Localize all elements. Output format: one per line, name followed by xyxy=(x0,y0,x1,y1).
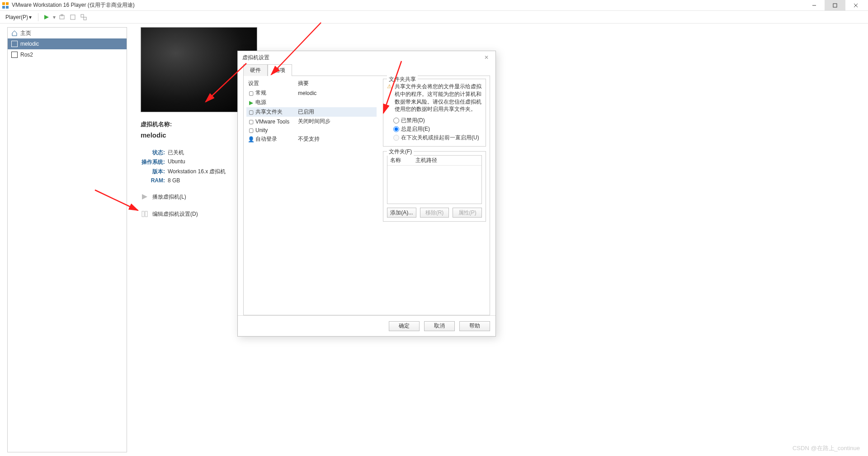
vmware-logo-icon xyxy=(2,2,9,9)
close-button[interactable] xyxy=(845,0,866,11)
fullscreen-icon[interactable] xyxy=(68,13,77,22)
radio-until-poweroff: 在下次关机或挂起前一直启用(U) xyxy=(393,134,482,142)
svg-rect-1 xyxy=(6,2,9,5)
dialog-close-button[interactable]: ✕ xyxy=(482,53,491,62)
remove-folder-button: 移除(R) xyxy=(420,208,449,218)
option-row-vmware-tools[interactable]: ▢VMware Tools 关闭时间同步 xyxy=(246,117,377,126)
folder-sharing-group: 文件夹共享 ⚠ 共享文件夹会将您的文件显示给虚拟机中的程序。这可能为您的计算机和… xyxy=(383,79,486,147)
play-icon[interactable] xyxy=(42,13,51,22)
window-controls xyxy=(804,0,866,11)
toolbar: Player(P) ▾ ▾ xyxy=(0,11,868,24)
svg-rect-0 xyxy=(2,2,5,5)
sidebar-item-label: Ros2 xyxy=(20,52,33,58)
sidebar-item-melodic[interactable]: melodic xyxy=(8,38,127,49)
svg-rect-16 xyxy=(145,211,147,217)
col-setting: 设置 xyxy=(248,80,298,87)
snapshot-icon[interactable] xyxy=(57,13,66,22)
option-row-autologin[interactable]: 👤自动登录 不受支持 xyxy=(246,134,377,144)
settings-icon xyxy=(141,210,149,218)
col-summary: 摘要 xyxy=(298,80,309,87)
minimize-button[interactable] xyxy=(804,0,825,11)
folder-properties-button: 属性(P) xyxy=(453,208,482,218)
dialog-titlebar: 虚拟机设置 ✕ xyxy=(238,51,495,64)
vm-settings-dialog: 虚拟机设置 ✕ 硬件 选项 设置 摘要 ▢常规 melodic ▶电源 xyxy=(237,51,496,337)
tools-icon: ▢ xyxy=(248,119,254,124)
folders-title: 文件夹(F) xyxy=(387,148,414,156)
play-vm-label: 播放虚拟机(L) xyxy=(152,193,186,201)
unity-icon: ▢ xyxy=(248,128,254,133)
chevron-down-icon[interactable]: ▾ xyxy=(53,14,56,20)
dialog-title: 虚拟机设置 xyxy=(242,54,269,62)
general-icon: ▢ xyxy=(248,90,254,96)
radio-always-enabled[interactable]: 总是启用(E) xyxy=(393,125,482,133)
tab-options[interactable]: 选项 xyxy=(268,64,292,76)
sidebar-home-label: 主页 xyxy=(20,29,31,37)
power-icon: ▶ xyxy=(248,100,254,105)
options-list: 设置 摘要 ▢常规 melodic ▶电源 ▢共享文件夹 已启用 ▢VMware… xyxy=(244,76,379,315)
option-row-unity[interactable]: ▢Unity xyxy=(246,126,377,134)
os-value: Ubuntu xyxy=(168,158,185,166)
svg-rect-11 xyxy=(71,15,75,19)
option-row-power[interactable]: ▶电源 xyxy=(246,98,377,107)
ram-value: 8 GB xyxy=(168,177,180,184)
folder-sharing-title: 文件夹共享 xyxy=(387,76,418,83)
chevron-down-icon: ▾ xyxy=(29,14,32,20)
svg-rect-13 xyxy=(84,17,86,20)
unity-icon[interactable] xyxy=(79,13,88,22)
folders-group: 文件夹(F) 名称 主机路径 添加(A)... 移除(R) 属性(P) xyxy=(383,151,486,222)
help-button[interactable]: 帮助 xyxy=(459,321,490,331)
cancel-button[interactable]: 取消 xyxy=(424,321,455,331)
svg-rect-15 xyxy=(142,211,144,217)
player-menu-label: Player(P) xyxy=(5,14,28,20)
dialog-tabs: 硬件 选项 xyxy=(243,64,490,76)
option-row-general[interactable]: ▢常规 melodic xyxy=(246,88,377,98)
autologin-icon: 👤 xyxy=(248,137,254,142)
options-detail: 文件夹共享 ⚠ 共享文件夹会将您的文件显示给虚拟机中的程序。这可能为您的计算机和… xyxy=(379,76,490,315)
home-icon xyxy=(11,30,18,36)
svg-rect-12 xyxy=(81,14,84,17)
svg-marker-8 xyxy=(44,15,49,19)
svg-marker-14 xyxy=(142,194,147,200)
version-key: 版本: xyxy=(141,168,165,176)
play-icon xyxy=(141,193,149,201)
ok-button[interactable]: 确定 xyxy=(389,321,420,331)
sidebar-item-ros2[interactable]: Ros2 xyxy=(8,49,127,60)
warning-icon: ⚠ xyxy=(387,83,392,113)
svg-rect-5 xyxy=(833,4,837,7)
vm-icon xyxy=(11,41,18,47)
os-key: 操作系统: xyxy=(141,158,165,166)
status-key: 状态: xyxy=(141,149,165,157)
toolbar-separator xyxy=(38,13,38,21)
option-row-shared-folders[interactable]: ▢共享文件夹 已启用 xyxy=(246,107,377,117)
version-value: Workstation 16.x 虚拟机 xyxy=(168,168,226,176)
tab-hardware[interactable]: 硬件 xyxy=(243,64,268,76)
maximize-button[interactable] xyxy=(825,0,845,11)
titlebar: VMware Workstation 16 Player (仅用于非商业用途) xyxy=(0,0,868,11)
col-host-path: 主机路径 xyxy=(415,157,437,164)
folder-icon: ▢ xyxy=(248,109,254,115)
edit-vm-label: 编辑虚拟机设置(D) xyxy=(152,210,198,218)
ram-key: RAM: xyxy=(141,177,165,184)
col-folder-name: 名称 xyxy=(390,157,415,164)
status-value: 已关机 xyxy=(168,149,184,157)
player-menu[interactable]: Player(P) ▾ xyxy=(3,13,34,21)
folders-listbox[interactable]: 名称 主机路径 xyxy=(387,155,482,204)
svg-rect-2 xyxy=(2,6,5,9)
watermark: CSDN @在路上_continue xyxy=(793,444,860,452)
dialog-footer: 确定 取消 帮助 xyxy=(238,315,495,336)
sharing-warning-text: 共享文件夹会将您的文件显示给虚拟机中的程序。这可能为您的计算机和数据带来风险。请… xyxy=(395,83,482,113)
vm-library-sidebar: 主页 melodic Ros2 xyxy=(7,27,127,452)
svg-rect-3 xyxy=(6,6,9,9)
add-folder-button[interactable]: 添加(A)... xyxy=(387,208,416,218)
sidebar-item-home[interactable]: 主页 xyxy=(8,28,127,38)
window-title: VMware Workstation 16 Player (仅用于非商业用途) xyxy=(12,1,804,9)
sidebar-item-label: melodic xyxy=(20,41,39,47)
radio-disabled[interactable]: 已禁用(D) xyxy=(393,117,482,124)
vm-icon xyxy=(11,52,18,58)
